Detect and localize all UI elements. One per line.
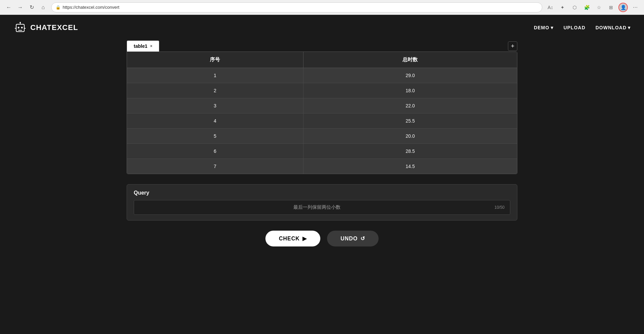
browser-actions: A↕ ✦ ⬡ 🧩 ☆ ⊞ 👤 ⋯ (546, 3, 640, 12)
tab-close-button[interactable]: × (150, 44, 152, 48)
favorites-btn[interactable]: ☆ (594, 3, 604, 12)
table-cell-hours: 22.0 (303, 98, 517, 113)
lock-icon: 🔒 (56, 5, 61, 10)
undo-label: UNDO (341, 236, 358, 242)
logo-text: CHATEXCEL (30, 23, 78, 32)
query-char-counter: 10/50 (494, 205, 505, 210)
col-header-1: 序号 (127, 52, 303, 68)
app-content: CHATEXCEL DEMO ▾ UPLOAD DOWNLOAD ▾ table… (0, 15, 644, 334)
table-header-row: 序号 总时数 (127, 52, 517, 68)
table-row: 628.5 (127, 144, 517, 159)
table-cell-hours: 25.5 (303, 113, 517, 129)
demo-chevron-icon: ▾ (551, 25, 553, 30)
extensions-btn[interactable]: 🧩 (582, 3, 591, 12)
browser-nav: ← → ↻ ⌂ (4, 3, 48, 12)
more-btn[interactable]: ⋯ (631, 3, 640, 12)
col-header-2: 总时数 (303, 52, 517, 68)
table-cell-seq: 7 (127, 159, 303, 174)
download-chevron-icon: ▾ (628, 25, 631, 30)
refresh-button[interactable]: ↻ (27, 3, 36, 12)
table-cell-seq: 6 (127, 144, 303, 159)
undo-button[interactable]: UNDO ↺ (327, 231, 379, 246)
add-tab-button[interactable]: + (508, 41, 517, 51)
table-cell-hours: 18.0 (303, 83, 517, 98)
table-row: 129.0 (127, 68, 517, 83)
extensions-puzzle-btn[interactable]: ⬡ (570, 3, 579, 12)
table-cell-seq: 2 (127, 83, 303, 98)
query-section: Query 最后一列保留两位小数 10/50 (127, 184, 517, 221)
table-cell-hours: 14.5 (303, 159, 517, 174)
tab-area: table1 × + (127, 40, 517, 52)
table1-tab[interactable]: table1 × (127, 40, 159, 52)
check-button[interactable]: CHECK ▶ (265, 231, 320, 246)
table-header: 序号 总时数 (127, 52, 517, 68)
table-cell-seq: 1 (127, 68, 303, 83)
collections-btn[interactable]: ⊞ (606, 3, 616, 12)
main-content: table1 × + 序号 总时数 129.0218.0322.0425.552… (113, 40, 531, 260)
upload-nav-item[interactable]: UPLOAD (564, 25, 585, 30)
check-label: CHECK (279, 236, 300, 242)
table-row: 425.5 (127, 113, 517, 129)
data-table: 序号 总时数 129.0218.0322.0425.5520.0628.5714… (127, 52, 517, 174)
browser-chrome: ← → ↻ ⌂ 🔒 https://chatexcel.com/convert … (0, 0, 644, 15)
table-row: 322.0 (127, 98, 517, 113)
query-input-wrapper[interactable]: 最后一列保留两位小数 10/50 (134, 200, 510, 215)
table-cell-hours: 20.0 (303, 129, 517, 144)
table-row: 218.0 (127, 83, 517, 98)
address-bar[interactable]: 🔒 https://chatexcel.com/convert (51, 2, 542, 12)
table-cell-hours: 28.5 (303, 144, 517, 159)
logo-area: CHATEXCEL (13, 21, 78, 34)
svg-point-1 (18, 27, 20, 29)
svg-rect-3 (18, 30, 22, 31)
undo-refresh-icon: ↺ (360, 235, 365, 242)
data-table-container: 序号 总时数 129.0218.0322.0425.5520.0628.5714… (127, 52, 517, 174)
profile-avatar[interactable]: 👤 (618, 3, 628, 12)
table-cell-seq: 5 (127, 129, 303, 144)
tab-label: table1 (134, 43, 147, 49)
url-text: https://chatexcel.com/convert (63, 5, 119, 10)
download-nav-item[interactable]: DOWNLOAD ▾ (595, 25, 631, 30)
query-input-text: 最后一列保留两位小数 (139, 204, 494, 210)
table-row: 714.5 (127, 159, 517, 174)
table-cell-seq: 3 (127, 98, 303, 113)
font-size-btn[interactable]: A↕ (546, 3, 555, 12)
demo-nav-item[interactable]: DEMO ▾ (534, 25, 553, 30)
site-header: CHATEXCEL DEMO ▾ UPLOAD DOWNLOAD ▾ (0, 15, 644, 40)
forward-button[interactable]: → (15, 3, 25, 12)
action-buttons: CHECK ▶ UNDO ↺ (127, 231, 517, 260)
copilot-btn[interactable]: ✦ (558, 3, 567, 12)
table-cell-hours: 29.0 (303, 68, 517, 83)
main-nav: DEMO ▾ UPLOAD DOWNLOAD ▾ (534, 25, 631, 30)
svg-point-2 (21, 27, 23, 29)
query-label: Query (134, 190, 510, 196)
back-button[interactable]: ← (4, 3, 13, 12)
logo-icon (13, 21, 27, 34)
home-button[interactable]: ⌂ (38, 3, 48, 12)
check-play-icon: ▶ (302, 235, 307, 242)
table-body: 129.0218.0322.0425.5520.0628.5714.5 (127, 68, 517, 174)
table-row: 520.0 (127, 129, 517, 144)
table-cell-seq: 4 (127, 113, 303, 129)
svg-point-5 (20, 22, 21, 23)
